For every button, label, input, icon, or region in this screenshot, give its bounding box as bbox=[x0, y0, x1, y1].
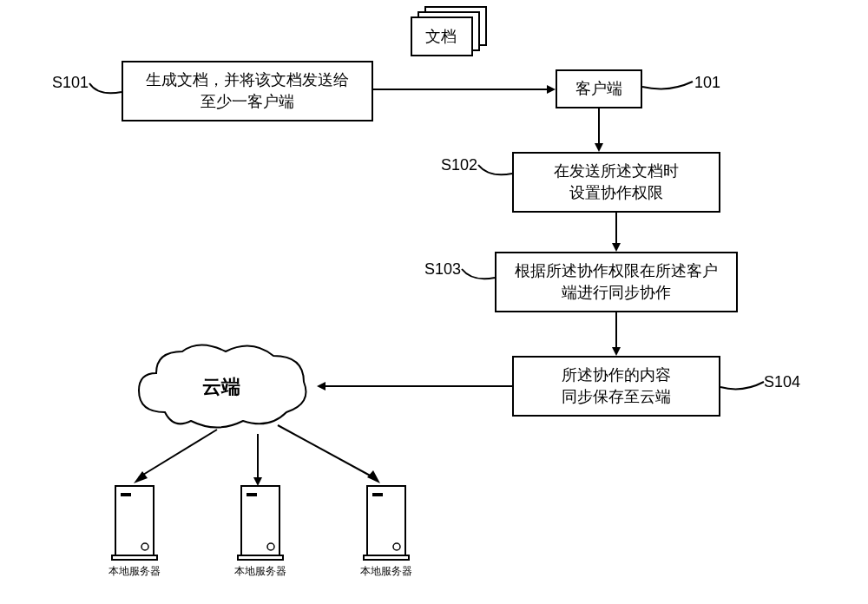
leader-s102 bbox=[478, 165, 515, 182]
server-2-label: 本地服务器 bbox=[226, 564, 295, 579]
svg-rect-20 bbox=[247, 493, 257, 496]
arrow-cloud-server3 bbox=[269, 425, 399, 490]
svg-text:云端: 云端 bbox=[202, 376, 240, 397]
server-3-label: 本地服务器 bbox=[352, 564, 421, 579]
label-s101: S101 bbox=[52, 74, 89, 92]
step-s102: 在发送所述文档时 设置协作权限 bbox=[512, 152, 720, 213]
leader-s103 bbox=[462, 269, 498, 286]
label-s102: S102 bbox=[441, 156, 477, 174]
svg-rect-22 bbox=[238, 555, 283, 560]
arrow-cloud-server1 bbox=[122, 430, 234, 490]
svg-marker-30 bbox=[253, 477, 262, 486]
arrow-s102-s103 bbox=[608, 213, 625, 256]
leader-s104 bbox=[720, 380, 768, 397]
arrow-s103-s104 bbox=[608, 312, 625, 360]
svg-text:文档: 文档 bbox=[425, 28, 457, 45]
svg-line-27 bbox=[139, 430, 217, 477]
svg-marker-9 bbox=[612, 243, 621, 252]
step-s104: 所述协作的内容 同步保存至云端 bbox=[512, 356, 720, 417]
svg-marker-5 bbox=[547, 85, 556, 94]
svg-marker-14 bbox=[317, 382, 326, 391]
arrow-s101-client bbox=[373, 83, 560, 101]
server-1-icon bbox=[100, 477, 169, 573]
svg-rect-24 bbox=[372, 493, 383, 496]
svg-rect-16 bbox=[121, 493, 131, 496]
svg-marker-7 bbox=[595, 143, 603, 152]
leader-s101 bbox=[89, 83, 124, 101]
document-stack-icon: 文档 bbox=[408, 7, 512, 59]
label-101: 101 bbox=[694, 74, 720, 92]
svg-rect-18 bbox=[112, 555, 157, 560]
svg-rect-26 bbox=[364, 555, 409, 560]
server-3-icon bbox=[352, 477, 421, 573]
svg-marker-32 bbox=[367, 470, 380, 483]
step-s101: 生成文档，并将该文档发送给 至少一客户端 bbox=[122, 61, 373, 121]
server-2-icon bbox=[226, 477, 295, 573]
svg-line-31 bbox=[278, 425, 373, 477]
arrow-client-s102 bbox=[590, 108, 608, 156]
client-box: 客户端 bbox=[556, 69, 642, 108]
step-s103: 根据所述协作权限在所述客户 端进行同步协作 bbox=[495, 252, 738, 312]
server-1-label: 本地服务器 bbox=[100, 564, 169, 579]
label-s103: S103 bbox=[424, 260, 461, 279]
leader-101 bbox=[642, 80, 694, 97]
label-s104: S104 bbox=[764, 373, 800, 391]
svg-marker-11 bbox=[612, 347, 621, 356]
arrow-s104-cloud bbox=[312, 380, 516, 397]
